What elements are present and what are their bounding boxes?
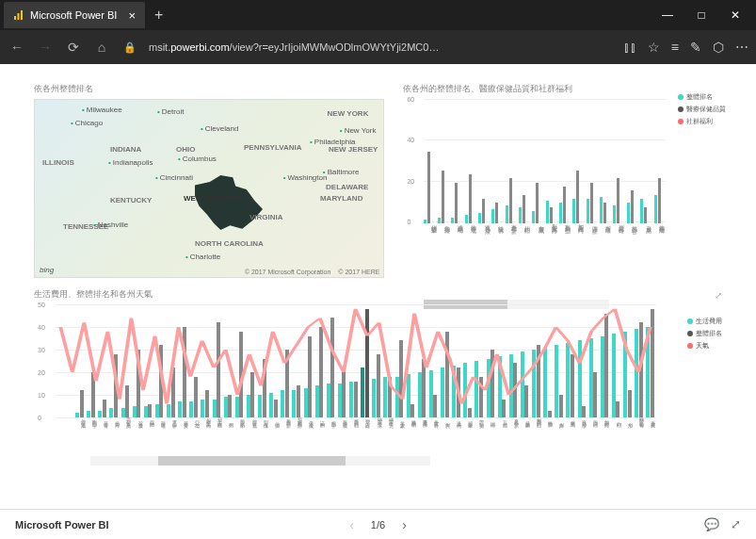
browser-toolbar: ← → ⟳ ⌂ 🔒 msit.powerbi.com/view?r=eyJrIj… [0,30,756,64]
state-label: NEW YORK [328,109,369,118]
lock-icon: 🔒 [121,41,139,54]
page-indicator: 1/6 [371,519,385,531]
report-footer: Microsoft Power BI ‹ 1/6 › 💬 ⤢ [0,509,756,539]
new-tab-button[interactable]: + [145,7,172,24]
page-navigator: ‹ 1/6 › [349,517,407,532]
forward-button[interactable]: → [36,40,55,55]
city-label: Columbus [178,155,217,163]
url-prefix: msit. [149,41,170,53]
city-label: Charlotte [185,253,220,261]
browser-tab[interactable]: Microsoft Power BI × [4,2,145,28]
report-canvas: 依各州整體排名 Milwaukee Chicago Detroit Clevel… [0,64,756,505]
reading-view-icon[interactable]: ⫿⫿ [623,40,636,55]
prev-page-button[interactable]: ‹ [349,517,354,532]
svg-rect-2 [21,10,23,20]
url-path: /view?r=eyJrIjoiMWMwODlmOWYtYji2MC00MjY1… [230,41,441,53]
state-label: OHIO [176,145,195,154]
selected-state-wv[interactable] [195,175,263,230]
city-label: Baltimore [323,168,360,176]
bottom-chart-visual[interactable]: ⤢ 生活費用、整體排名和各州天氣 01020304050南達科他密西西比肯塔基阿… [34,288,722,464]
chat-icon[interactable]: 💬 [704,517,719,531]
address-bar[interactable]: msit.powerbi.com/view?r=eyJrIjoiMWMwODlm… [149,41,441,53]
bing-logo: bing [40,266,54,274]
bottom-chart-scrollbar[interactable] [90,456,430,466]
state-label: NEW JERSEY [329,145,378,154]
credit-here: © 2017 HERE [338,269,379,275]
state-label: NORTH CAROLINA [195,239,264,248]
city-label: Nashville [93,220,128,229]
hub-icon[interactable]: ≡ [671,40,679,55]
tab-close-icon[interactable]: × [128,8,136,23]
back-button[interactable]: ← [8,40,26,55]
city-label: Cleveland [201,124,238,133]
city-label: Washington [283,173,328,182]
state-label: KENTUCKY [110,196,152,204]
close-button[interactable]: ✕ [718,2,752,28]
svg-rect-0 [14,16,16,20]
credit-ms: © 2017 Microsoft Corporation [245,269,331,275]
notes-icon[interactable]: ✎ [690,40,701,55]
state-label: DELAWARE [326,183,368,191]
fullscreen-icon[interactable]: ⤢ [731,517,741,531]
map-visual[interactable]: 依各州整體排名 Milwaukee Chicago Detroit Clevel… [34,83,384,281]
map-title: 依各州整體排名 [34,83,384,95]
bottom-chart-plot: 01020304050南達科他密西西比肯塔基阿肯色奧克拉荷馬愛達荷田納西堪薩斯密… [55,304,722,457]
tab-bar: Microsoft Power BI × + — □ ✕ [0,0,756,30]
city-label: Detroit [157,107,184,116]
city-label: Indianapolis [108,158,153,167]
home-button[interactable]: ⌂ [92,40,111,55]
state-label: INDIANA [110,145,141,154]
next-page-button[interactable]: › [402,517,407,532]
minimize-button[interactable]: — [651,2,684,28]
city-label: Chicago [71,119,103,127]
more-icon[interactable]: ⋯ [735,40,748,55]
state-label: VIRGINIA [249,213,283,221]
top-chart-visual[interactable]: 依各州的整體排名、醫療保健品質和社群福利 0204060華盛頓州羅德島明尼蘇達北… [403,83,722,281]
svg-rect-1 [18,13,20,20]
top-chart-legend: 整體排名醫療保健品質社群福利 [678,92,726,129]
favorite-icon[interactable]: ☆ [648,40,660,55]
tab-title: Microsoft Power BI [30,9,117,21]
refresh-button[interactable]: ⟳ [64,40,83,55]
window-controls: — □ ✕ [651,2,752,28]
state-label: ILLINOIS [42,158,74,167]
focus-mode-icon[interactable]: ⤢ [715,290,722,301]
maximize-button[interactable]: □ [684,2,718,28]
city-label: Cincinnati [155,173,193,182]
bottom-chart-legend: 生活費用整體排名天氣 [687,317,722,353]
map-area[interactable]: Milwaukee Chicago Detroit Cleveland NEW … [34,99,384,278]
share-icon[interactable]: ⬡ [713,40,724,55]
powerbi-icon [13,9,24,21]
state-label: WEST VIRGINIA [184,194,241,203]
state-label: MARYLAND [320,194,362,203]
city-label: Milwaukee [82,106,122,114]
top-chart-title: 依各州的整體排名、醫療保健品質和社群福利 [403,83,722,95]
city-label: New York [340,126,377,135]
state-label: PENNSYLVANIA [244,143,302,152]
browser-titlebar: Microsoft Power BI × + — □ ✕ ← → ⟳ ⌂ 🔒 m… [0,0,756,64]
url-domain: powerbi.com [170,41,229,53]
footer-title: Microsoft Power BI [15,519,109,531]
map-credits: © 2017 Microsoft Corporation © 2017 HERE [245,269,380,275]
bottom-chart-title: 生活費用、整體排名和各州天氣 [34,288,722,301]
